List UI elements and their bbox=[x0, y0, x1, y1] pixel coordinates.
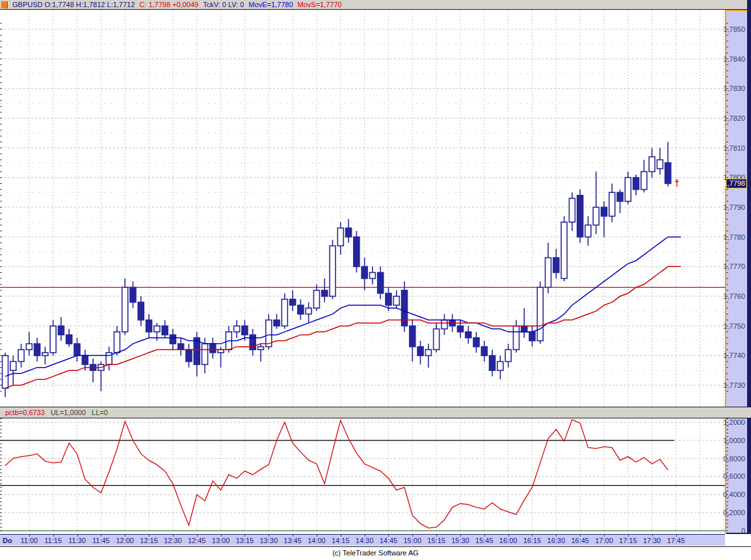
candle-bearish bbox=[170, 335, 176, 344]
time-axis[interactable]: Do 11:0011:1511:3011:4512:0012:1512:3012… bbox=[0, 534, 725, 546]
time-axis-label: 16:00 bbox=[499, 537, 518, 544]
indicator-axis-label: 0 bbox=[741, 527, 745, 535]
candle-bullish bbox=[114, 332, 120, 353]
chart-canvas[interactable]: 1,78501,78401,78301,78201,78101,78001,77… bbox=[0, 0, 751, 560]
candle-bullish bbox=[330, 246, 336, 296]
candle-bullish bbox=[18, 350, 24, 361]
time-axis-tick bbox=[77, 535, 78, 537]
candle-bearish bbox=[481, 347, 487, 356]
price-axis-label: 1,7810 bbox=[723, 144, 745, 152]
time-axis-label: 13:30 bbox=[259, 537, 278, 544]
price-axis-label: 1,7740 bbox=[723, 351, 745, 359]
candle-bearish bbox=[34, 344, 40, 355]
right-navy-strip bbox=[747, 0, 751, 534]
time-axis-label: 13:00 bbox=[212, 537, 230, 544]
time-axis-label: 16:45 bbox=[571, 537, 589, 544]
time-axis-label: 12:30 bbox=[164, 537, 182, 544]
time-axis-label: 14:30 bbox=[356, 537, 374, 544]
candle-bearish bbox=[665, 163, 671, 184]
time-axis-tick bbox=[173, 535, 174, 537]
candle-bullish bbox=[641, 172, 647, 189]
candle-bearish bbox=[417, 347, 423, 356]
candle-bearish bbox=[210, 344, 216, 353]
candle-bullish bbox=[313, 290, 319, 308]
candle-bearish bbox=[617, 192, 623, 201]
time-axis-label: 16:15 bbox=[523, 537, 542, 544]
price-axis-label: 1,7790 bbox=[723, 203, 745, 211]
candle-bullish bbox=[26, 344, 32, 350]
indicator-header-bar: pctb=0,6733 UL=1,0000 LL=0 bbox=[0, 407, 751, 418]
price-axis-label: 1,7730 bbox=[723, 381, 745, 389]
time-axis-tick bbox=[556, 535, 557, 537]
candle-bullish bbox=[425, 350, 431, 355]
time-axis-label: 17:00 bbox=[595, 537, 613, 544]
candle-bullish bbox=[282, 299, 287, 326]
time-axis-tick bbox=[628, 535, 629, 537]
candle-bullish bbox=[546, 258, 551, 288]
candle-bullish bbox=[649, 157, 655, 172]
candle-bullish bbox=[434, 329, 440, 350]
time-axis-label: 11:15 bbox=[44, 537, 62, 544]
candle-bearish bbox=[250, 335, 256, 350]
candle-bearish bbox=[386, 293, 391, 305]
copyright-text: (c) TeleTrader Software AG bbox=[332, 549, 419, 557]
last-price-dagger-icon: † bbox=[674, 178, 679, 188]
candle-bearish bbox=[521, 326, 527, 332]
quote-title-bar: GBPUSD O:1,7748 H:1,7812 L:1,7712 C: 1,7… bbox=[0, 0, 747, 10]
candle-bearish bbox=[457, 326, 463, 332]
time-axis-tick bbox=[412, 535, 413, 537]
time-axis-tick bbox=[365, 535, 365, 537]
time-axis-tick bbox=[53, 535, 54, 537]
price-axis-label: 1,7830 bbox=[723, 84, 745, 92]
price-axis-label: 1,7750 bbox=[723, 322, 745, 330]
candle-bearish bbox=[138, 302, 144, 320]
instrument-icon bbox=[1, 1, 8, 8]
candle-bullish bbox=[513, 326, 519, 350]
time-axis-label: 15:45 bbox=[475, 537, 494, 544]
candle-bearish bbox=[290, 299, 296, 305]
candle-bearish bbox=[242, 326, 248, 335]
time-axis-label: 14:00 bbox=[308, 537, 326, 544]
time-axis-label: 12:15 bbox=[140, 537, 158, 544]
indicator-plot-background[interactable] bbox=[0, 418, 725, 534]
time-axis-label: 13:45 bbox=[283, 537, 302, 544]
candle-bearish bbox=[466, 332, 471, 338]
candle-bearish bbox=[529, 332, 535, 341]
time-axis-label: 14:15 bbox=[332, 537, 350, 544]
tick-volume-text: TckV: 0 LV: 0 bbox=[203, 1, 244, 9]
candle-bearish bbox=[577, 196, 583, 237]
candle-bearish bbox=[490, 355, 495, 370]
candle-bullish bbox=[625, 177, 631, 201]
teletrader-chart-window: 1,78501,78401,78301,78201,78101,78001,77… bbox=[0, 0, 751, 560]
candle-bullish bbox=[50, 326, 56, 353]
lower-limit-text: LL=0 bbox=[92, 409, 108, 416]
candle-bullish bbox=[657, 160, 663, 169]
indicator-axis-label: 0,6000 bbox=[723, 472, 745, 480]
time-axis-tick bbox=[580, 535, 581, 537]
candle-bearish bbox=[146, 320, 152, 332]
candle-bullish bbox=[569, 198, 575, 222]
candle-bullish bbox=[441, 320, 447, 329]
time-axis-tick bbox=[652, 535, 653, 537]
candle-bearish bbox=[66, 335, 72, 344]
candle-bearish bbox=[402, 290, 408, 326]
candle-bullish bbox=[3, 355, 8, 388]
candle-bearish bbox=[410, 326, 415, 347]
time-axis-label: 17:30 bbox=[643, 537, 661, 544]
candle-bullish bbox=[585, 225, 591, 236]
time-axis-label: 12:00 bbox=[116, 537, 134, 544]
candle-bearish bbox=[82, 355, 88, 364]
time-axis-label: 14:45 bbox=[380, 537, 398, 544]
time-axis-label: 11:00 bbox=[20, 537, 38, 544]
price-axis-label: 1,7850 bbox=[723, 25, 745, 33]
candle-bullish bbox=[10, 362, 16, 371]
time-axis-tick bbox=[221, 535, 222, 537]
time-axis-label: 17:45 bbox=[667, 537, 685, 544]
indicator-axis-label: 1,2000 bbox=[723, 418, 745, 426]
time-axis-label: 13:15 bbox=[236, 537, 254, 544]
candle-bullish bbox=[122, 287, 128, 332]
close-change-text: C: 1,7798 +0,0049 bbox=[139, 1, 198, 9]
time-axis-tick bbox=[317, 535, 317, 537]
candle-bearish bbox=[362, 266, 367, 278]
candle-bullish bbox=[497, 362, 503, 371]
